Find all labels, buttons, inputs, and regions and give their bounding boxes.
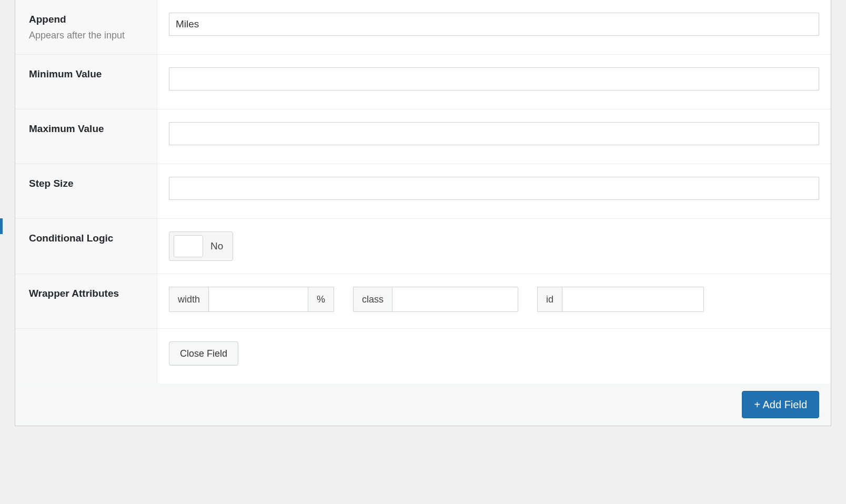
wrapper-group: width % class id (169, 287, 819, 312)
settings-list: Append Appears after the input Minimum V… (15, 0, 831, 384)
page: Append Appears after the input Minimum V… (0, 0, 846, 441)
label-col-empty (15, 329, 157, 384)
row-maximum-value: Maximum Value (15, 109, 831, 164)
input-col-step (157, 164, 831, 218)
desc-append: Appears after the input (29, 30, 143, 41)
toggle-state-label: No (210, 240, 223, 252)
label-minimum-value: Minimum Value (29, 67, 143, 82)
minimum-value-input[interactable] (169, 67, 819, 90)
accent-indicator (0, 218, 3, 234)
field-settings-panel: Append Appears after the input Minimum V… (15, 0, 831, 426)
input-col-min (157, 55, 831, 109)
row-conditional-logic: Conditional Logic No (15, 219, 831, 274)
conditional-logic-toggle[interactable]: No (169, 231, 233, 261)
row-append: Append Appears after the input (15, 0, 831, 55)
wrapper-width-label: width (169, 287, 208, 312)
add-field-button[interactable]: + Add Field (742, 391, 819, 418)
input-col-max (157, 109, 831, 164)
wrapper-class-input[interactable] (392, 287, 518, 312)
wrapper-class-group: class (353, 287, 518, 312)
step-size-input[interactable] (169, 177, 819, 200)
label-maximum-value: Maximum Value (29, 122, 143, 136)
toggle-knob (174, 235, 203, 257)
row-close-field: Close Field (15, 329, 831, 384)
label-col-append: Append Appears after the input (15, 0, 157, 54)
wrapper-width-input[interactable] (208, 287, 308, 312)
label-step-size: Step Size (29, 177, 143, 191)
wrapper-width-group: width % (169, 287, 334, 312)
label-col-wrapper: Wrapper Attributes (15, 274, 157, 328)
label-col-max: Maximum Value (15, 109, 157, 164)
row-minimum-value: Minimum Value (15, 55, 831, 109)
input-col-append (157, 0, 831, 54)
label-col-step: Step Size (15, 164, 157, 218)
row-wrapper-attributes: Wrapper Attributes width % class (15, 274, 831, 329)
label-conditional-logic: Conditional Logic (29, 231, 143, 246)
wrapper-class-label: class (353, 287, 392, 312)
label-append: Append (29, 13, 143, 27)
row-step-size: Step Size (15, 164, 831, 219)
close-field-button[interactable]: Close Field (169, 341, 238, 366)
wrapper-id-group: id (537, 287, 704, 312)
label-wrapper-attributes: Wrapper Attributes (29, 287, 143, 301)
input-col-close: Close Field (157, 329, 831, 384)
label-col-conditional: Conditional Logic (15, 219, 157, 274)
wrapper-id-input[interactable] (562, 287, 704, 312)
append-input[interactable] (169, 13, 819, 36)
input-col-wrapper: width % class id (157, 274, 831, 328)
label-col-min: Minimum Value (15, 55, 157, 109)
input-col-conditional: No (157, 219, 831, 274)
wrapper-id-label: id (537, 287, 562, 312)
maximum-value-input[interactable] (169, 122, 819, 145)
wrapper-width-unit: % (308, 287, 334, 312)
panel-footer: + Add Field (15, 384, 831, 426)
